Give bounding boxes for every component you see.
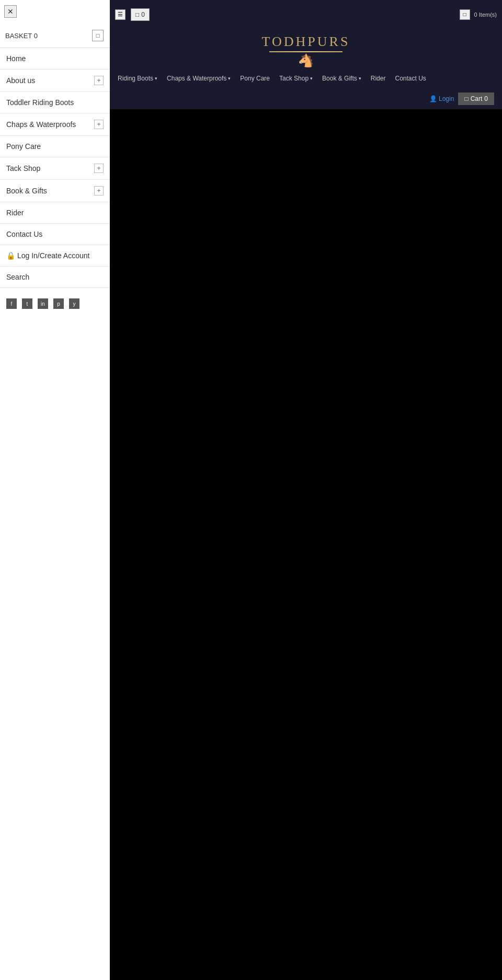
sidebar-nav-item[interactable]: Home [0,48,110,70]
youtube-icon[interactable]: y [69,298,79,309]
top-bar: ☰ □ 0 □ 0 Item(s) [110,0,502,29]
sidebar-nav-item[interactable]: About us+ [0,70,110,92]
sidebar-nav-item-label: Book & Gifts [6,187,47,195]
nav-item[interactable]: Book & Gifts▾ [322,75,361,82]
basket-icon-top: □ [135,11,139,18]
dropdown-arrow-icon: ▾ [155,76,157,81]
basket-count-top: 0 [141,11,145,18]
logo-text[interactable]: TODHPURS [262,34,350,50]
sidebar-nav-item[interactable]: Book & Gifts+ [0,180,110,202]
sidebar-nav-item-label: Search [6,273,29,281]
login-label: Login [439,95,454,102]
sidebar-nav-item[interactable]: Rider [0,202,110,224]
main-content: ☰ □ 0 □ 0 Item(s) TODHPURS 🐴 Riding Boot… [110,0,502,980]
logo-area: TODHPURS 🐴 [110,29,502,71]
sidebar-nav-item-label: Chaps & Waterproofs [6,120,76,129]
sidebar-nav-item[interactable]: Pony Care [0,136,110,157]
login-link[interactable]: 👤 Login [429,95,454,102]
cart-count-icon: □ [460,9,470,20]
sidebar-nav-item[interactable]: Toddler Riding Boots [0,92,110,113]
sidebar-nav-item-label: Toddler Riding Boots [6,98,74,107]
dropdown-arrow-icon: ▾ [228,76,231,81]
nav-items-container: Riding Boots▾Chaps & Waterproofs▾Pony Ca… [118,75,426,82]
sidebar-nav-item-label: Rider [6,209,24,217]
sidebar-basket-label: BASKET 0 [5,32,38,40]
nav-right: 👤 Login □ Cart 0 [429,93,494,105]
expand-icon: + [94,120,104,129]
nav-item[interactable]: Tack Shop▾ [279,75,313,82]
sidebar-social-links: f t in p y [0,288,110,319]
cart-button[interactable]: □ Cart 0 [458,93,494,105]
sidebar-nav-item-label: Pony Care [6,142,41,151]
cart-icon: □ [464,95,468,102]
dropdown-arrow-icon: ▾ [359,76,361,81]
basket-button-top[interactable]: □ 0 [131,8,150,21]
nav-item[interactable]: Pony Care [240,75,270,82]
nav-item[interactable]: Contact Us [395,75,426,82]
sidebar-nav-item-label: About us [6,76,35,85]
sidebar-nav-item[interactable]: Tack Shop+ [0,157,110,180]
facebook-icon[interactable]: f [6,298,17,309]
user-icon: 👤 [429,95,437,102]
pinterest-icon[interactable]: p [53,298,64,309]
nav-item[interactable]: Riding Boots▾ [118,75,157,82]
cart-label: Cart [471,95,483,102]
logo-horse-icon: 🐴 [298,53,314,68]
sidebar-nav-item-label: 🔒 Log In/Create Account [6,251,89,260]
sidebar-nav-item[interactable]: 🔒 Log In/Create Account [0,245,110,267]
linkedin-icon[interactable]: in [38,298,48,309]
sidebar-nav-item-label: Home [6,54,26,63]
sidebar-basket[interactable]: BASKET 0 □ [0,24,110,48]
sidebar-basket-icon: □ [92,30,104,41]
sidebar-close-button[interactable]: ✕ [4,5,17,18]
logo-underline [269,51,343,52]
nav-bar: Riding Boots▾Chaps & Waterproofs▾Pony Ca… [110,71,502,109]
cart-count: 0 [484,95,488,102]
sidebar-nav-item[interactable]: Search [0,267,110,288]
black-content-area [110,109,502,946]
sidebar: ✕ BASKET 0 □ HomeAbout us+Toddler Riding… [0,0,110,980]
twitter-icon[interactable]: t [22,298,32,309]
nav-item[interactable]: Rider [371,75,386,82]
sidebar-nav-item-label: Tack Shop [6,164,40,172]
dropdown-arrow-icon: ▾ [310,76,313,81]
expand-icon: + [94,186,104,195]
sidebar-nav-item[interactable]: Chaps & Waterproofs+ [0,113,110,136]
close-icon: ✕ [7,7,14,16]
sidebar-nav-item[interactable]: Contact Us [0,224,110,245]
sidebar-nav: HomeAbout us+Toddler Riding BootsChaps &… [0,48,110,288]
nav-item[interactable]: Chaps & Waterproofs▾ [167,75,231,82]
expand-icon: + [94,164,104,173]
expand-icon: + [94,76,104,85]
items-label: 0 Item(s) [474,11,497,18]
sidebar-nav-item-label: Contact Us [6,230,42,238]
hamburger-icon: ☰ [118,11,123,18]
hamburger-button[interactable]: ☰ [115,9,126,20]
top-bar-right: □ 0 Item(s) [460,9,497,20]
